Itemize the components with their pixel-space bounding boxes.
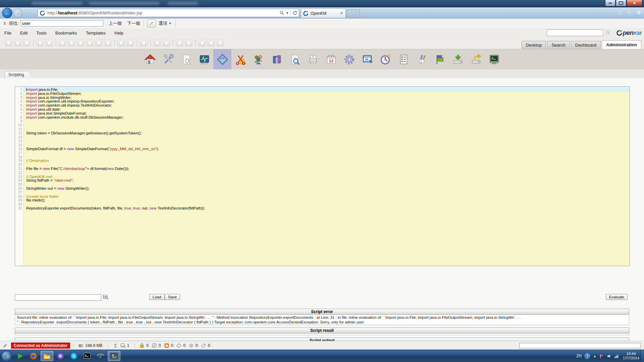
toolbar-icon[interactable] [86,39,93,46]
favorites-star-icon[interactable]: ☆ [627,9,632,16]
gear-icon[interactable] [340,49,358,70]
find-options-button[interactable]: 選項 [159,20,167,26]
browse-disk-icon[interactable] [103,294,108,301]
toolbar-icon[interactable] [46,39,53,46]
toolbar-icon[interactable] [208,39,215,46]
script-path-input[interactable] [15,294,101,301]
toolbar-icon[interactable] [118,39,125,46]
scripting-diamond-icon[interactable] [213,49,231,70]
profiles-icon[interactable] [268,49,286,70]
users-icon[interactable] [250,49,268,70]
toolbar-icon[interactable] [5,39,12,46]
toolbar-icon[interactable] [185,39,192,46]
code-line[interactable] [24,191,630,195]
settings-gear-icon[interactable] [636,10,641,15]
report-list-icon[interactable] [394,49,413,70]
tab-search[interactable]: Search [547,41,570,49]
toolbar-icon[interactable] [199,39,206,46]
home-icon[interactable] [141,49,159,70]
toolbar-icon[interactable] [176,39,183,46]
mail-icon[interactable] [164,343,169,348]
up-caret-icon[interactable]: ▲ [593,354,596,358]
lock-icon[interactable] [139,343,145,348]
tab-dashboard[interactable]: Dashboard [571,41,601,49]
chat-users-icon[interactable] [120,343,125,348]
skype-app-icon[interactable]: S [67,351,80,361]
toolbar-icon[interactable] [23,39,30,46]
show-desktop-button[interactable] [640,350,644,362]
address-bar[interactable]: http://localhost:8080/OpenKM/frontend/in… [38,9,299,17]
window-title-bar[interactable] [0,0,644,7]
code-line[interactable] [24,151,630,155]
tab-close-icon[interactable]: ✕ [340,11,343,15]
firefox-app-icon[interactable] [27,351,40,361]
calendar-icon[interactable]: 12 [322,49,340,70]
url-text[interactable]: http://localhost:8080/OpenKM/frontend/in… [47,10,279,15]
toolbar-icon[interactable] [95,39,102,46]
code-line[interactable]: RepositoryExporter.exportDocuments(token… [24,206,630,210]
tab-scripting[interactable]: Scripting [5,71,32,78]
flag-icon[interactable] [431,49,449,70]
toolbar-icon[interactable] [37,39,44,46]
folder-app-icon[interactable] [41,351,53,361]
gear-small-icon[interactable] [189,343,194,348]
code-line[interactable] [24,155,630,159]
menu-item-bookmarks[interactable]: Bookmarks [51,31,82,36]
load-button[interactable]: Load [149,294,165,300]
tab-desktop[interactable]: Desktop [522,41,546,49]
code-line[interactable]: File file = new File("C:/okmbackup/"+ df… [24,167,630,171]
script-editor[interactable]: 1234567891011121314151617181920212223242… [15,86,630,266]
ie-app-icon[interactable]: e [94,351,107,361]
toolbar-icon[interactable] [14,39,21,46]
code-line[interactable]: // Destination [24,159,630,163]
code-line[interactable] [24,123,630,127]
image-app-icon[interactable] [108,351,120,361]
menu-item-file[interactable]: File [0,31,16,36]
relation-icon[interactable] [176,343,181,348]
volume-icon[interactable] [607,354,611,358]
green-arrow-app-icon[interactable] [14,351,26,361]
media-app-icon[interactable] [54,351,67,361]
code-line[interactable] [24,171,630,175]
red-flag-icon[interactable] [599,354,604,358]
code-line[interactable]: file.mkdir(); [24,198,630,202]
close-button[interactable]: ✕ [627,0,642,6]
printer-icon[interactable] [304,49,322,70]
pens-icon[interactable] [413,49,431,70]
toolbar-icon[interactable] [104,39,111,46]
code-line[interactable]: import java.io.File; [24,88,630,92]
code-line[interactable]: // OpenKM root [24,175,630,179]
drive-export-icon[interactable] [467,49,485,70]
menu-item-tools[interactable]: Tools [32,31,51,36]
start-button[interactable] [1,351,12,362]
code-line[interactable]: import com.openkm.util.impexp.Repository… [24,100,630,104]
code-line[interactable]: import java.io.StringWriter; [24,96,630,100]
drive-import-icon[interactable] [449,49,467,70]
scissors-ruler-icon[interactable] [231,49,250,70]
toolbar-icon[interactable] [217,39,224,46]
pencil-icon[interactable] [152,343,157,348]
menu-item-help[interactable]: Help [110,31,128,36]
find-input[interactable] [21,20,103,26]
quick-search-input[interactable] [547,29,603,36]
code-line[interactable] [24,135,630,139]
highlight-all-toggle[interactable] [147,19,156,27]
toolbar-icon[interactable] [140,39,147,46]
toolbar-icon[interactable] [59,39,66,46]
chevron-down-icon[interactable]: ▼ [286,11,289,15]
terminal-icon[interactable] [485,49,503,70]
tools-icon[interactable] [159,49,177,70]
code-line[interactable]: SimpleDateFormat df = new SimpleDateForm… [24,147,630,151]
document-search-icon[interactable] [286,49,304,70]
evaluate-button[interactable]: Evaluate [606,294,628,300]
menu-item-templates[interactable]: Templates [82,31,110,36]
help-icon[interactable]: ? [585,353,590,359]
find-close-icon[interactable]: X [3,21,6,26]
find-previous-button[interactable]: 上一個 [109,20,122,26]
code-area[interactable]: import java.io.File;import java.io.FileO… [24,87,630,266]
code-line[interactable] [24,183,630,187]
save-button[interactable]: Save [165,294,180,300]
toolbar-icon[interactable] [68,39,75,46]
activity-monitor-icon[interactable] [195,49,213,70]
code-line[interactable]: String fldPath = "/okm:root"; [24,179,630,183]
